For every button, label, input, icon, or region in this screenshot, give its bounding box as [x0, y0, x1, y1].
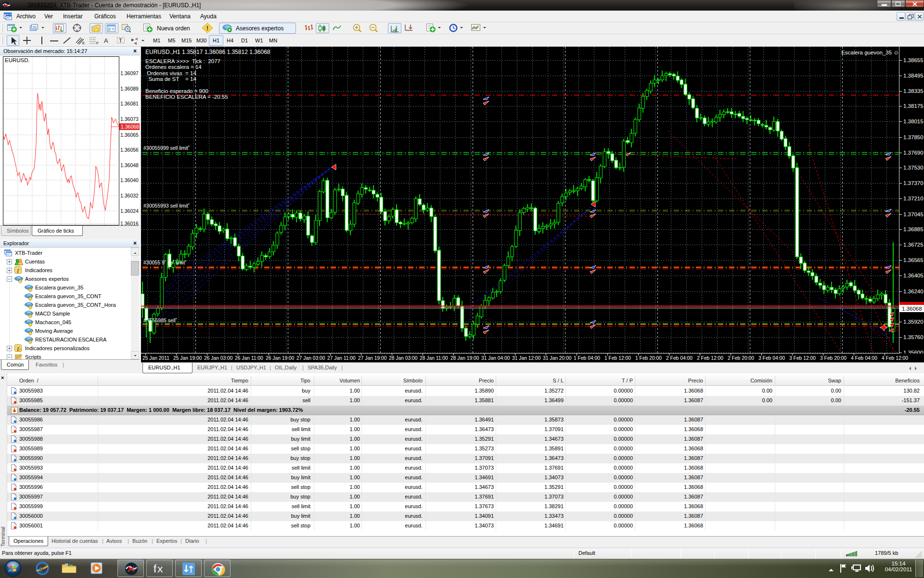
svg-text:2 Feb 12:00: 2 Feb 12:00	[697, 355, 723, 361]
svg-text:31 Jan 12:00: 31 Jan 12:00	[512, 355, 541, 361]
svg-text:1.37850: 1.37850	[903, 134, 924, 140]
svg-text:1.36405: 1.36405	[903, 273, 924, 278]
svg-text:1.36068: 1.36068	[121, 124, 139, 130]
svg-text:1.38655: 1.38655	[903, 57, 924, 63]
svg-text:1.38335: 1.38335	[903, 88, 924, 94]
svg-text:1.36565: 1.36565	[903, 257, 924, 263]
svg-text:#˚0˚55985 sell˚: #˚0˚55985 sell˚	[143, 317, 177, 323]
svg-text:1.37210: 1.37210	[903, 196, 924, 201]
svg-text:25 Jan 2011: 25 Jan 2011	[142, 355, 169, 361]
svg-text:27 Jan 11:00: 27 Jan 11:00	[327, 355, 356, 361]
svg-text:Ordenes vivas = 14: Ordenes vivas = 14	[145, 70, 196, 76]
svg-text:1.37530: 1.37530	[903, 165, 924, 171]
svg-text:4 Feb 04:00: 4 Feb 04:00	[851, 355, 877, 361]
svg-text:1 Feb 04:00: 1 Feb 04:00	[574, 355, 600, 361]
svg-text:EURUSD.,H1 1.35817 1.36086 1.: EURUSD.,H1 1.35817 1.36086 1.35812 1.360…	[145, 49, 270, 55]
svg-text:26 Jan 11:00: 26 Jan 11:00	[235, 355, 263, 361]
svg-text:1.37045: 1.37045	[903, 211, 924, 217]
svg-text:1.36024: 1.36024	[120, 208, 139, 214]
svg-text:!: !	[206, 25, 208, 32]
svg-text:#30055 9˚ se˚ limit˚: #30055 9˚ se˚ limit˚	[143, 260, 187, 265]
svg-text:e: e	[39, 564, 43, 574]
svg-text:26 Jan 19:00: 26 Jan 19:00	[266, 355, 295, 361]
svg-text:3 Feb 04:00: 3 Feb 04:00	[758, 355, 785, 361]
svg-text:1.38175: 1.38175	[903, 103, 924, 109]
svg-text:1.36065: 1.36065	[120, 132, 139, 138]
svg-text:1 Feb 20:00: 1 Feb 20:00	[635, 355, 662, 361]
svg-text:26 Jan 03:00: 26 Jan 03:00	[204, 355, 233, 361]
svg-text:#30055993 sell limit˚: #30055993 sell limit˚	[143, 203, 190, 209]
svg-text:1.36097: 1.36097	[120, 70, 139, 76]
svg-text:31 Jan 04:00: 31 Jan 04:00	[481, 355, 510, 361]
svg-text:1.36068: 1.36068	[902, 306, 922, 312]
svg-text:1.36885: 1.36885	[903, 226, 924, 232]
svg-text:E: E	[82, 41, 85, 45]
svg-text:28 Jan 03:00: 28 Jan 03:00	[389, 355, 418, 361]
svg-text:Escalera guevon_35 ☺: Escalera guevon_35 ☺	[841, 50, 899, 55]
svg-text:1.37690: 1.37690	[903, 150, 924, 156]
svg-text:4 Feb 12:00: 4 Feb 12:00	[882, 355, 908, 361]
svg-text:1.36089: 1.36089	[120, 86, 139, 92]
svg-text:Beneficio esperado = 900: Beneficio esperado = 900	[145, 88, 208, 94]
svg-text:3 Feb 12:00: 3 Feb 12:00	[789, 355, 816, 361]
svg-text:1.36240: 1.36240	[903, 289, 924, 294]
svg-text:1.36048: 1.36048	[120, 162, 139, 168]
svg-text:1.35760: 1.35760	[903, 334, 924, 340]
svg-text:1.37370: 1.37370	[903, 180, 924, 186]
svg-text:27 Jan 03:00: 27 Jan 03:00	[296, 355, 325, 361]
svg-text:2 Feb 04:00: 2 Feb 04:00	[666, 355, 693, 361]
svg-text:#30055999 sell limit˚: #30055999 sell limit˚	[143, 145, 190, 151]
svg-text:T: T	[119, 38, 122, 43]
svg-text:1.35920: 1.35920	[903, 319, 924, 325]
svg-text:31 Jan 20:00: 31 Jan 20:00	[543, 355, 572, 361]
svg-text:1.36073: 1.36073	[120, 116, 139, 122]
svg-text:25 Jan 19:00: 25 Jan 19:00	[173, 355, 202, 361]
svg-text:28 Jan 11:00: 28 Jan 11:00	[420, 355, 448, 361]
svg-text:1.36725: 1.36725	[903, 242, 924, 248]
svg-text:1.38015: 1.38015	[903, 118, 924, 124]
svg-text:Suma de ST = 14: Suma de ST = 14	[145, 76, 196, 82]
svg-text:2 Feb 20:00: 2 Feb 20:00	[728, 355, 754, 361]
svg-text:1 Feb 12:00: 1 Feb 12:00	[604, 355, 631, 361]
svg-text:BENEFICIO ESCALERA = -20.55: BENEFICIO ESCALERA = -20.55	[145, 94, 228, 100]
svg-text:3 Feb 20:00: 3 Feb 20:00	[820, 355, 847, 361]
svg-text:1.36032: 1.36032	[120, 193, 139, 198]
svg-text:EURUSD.: EURUSD.	[5, 57, 30, 63]
svg-text:fx: fx	[153, 562, 164, 575]
svg-text:27 Jan 19:00: 27 Jan 19:00	[358, 355, 387, 361]
svg-text:1.38495: 1.38495	[903, 73, 924, 79]
svg-text:1.36056: 1.36056	[120, 147, 139, 153]
svg-text:28 Jan 19:00: 28 Jan 19:00	[450, 355, 479, 361]
svg-text:1.36081: 1.36081	[120, 101, 139, 106]
svg-text:F: F	[96, 41, 99, 45]
svg-text:Ordenes escalera = 14: Ordenes escalera = 14	[145, 64, 202, 70]
svg-text:1.36040: 1.36040	[120, 177, 139, 183]
svg-text:ESCALERA >>>> Tick : 2077: ESCALERA >>>> Tick : 2077	[145, 58, 220, 64]
